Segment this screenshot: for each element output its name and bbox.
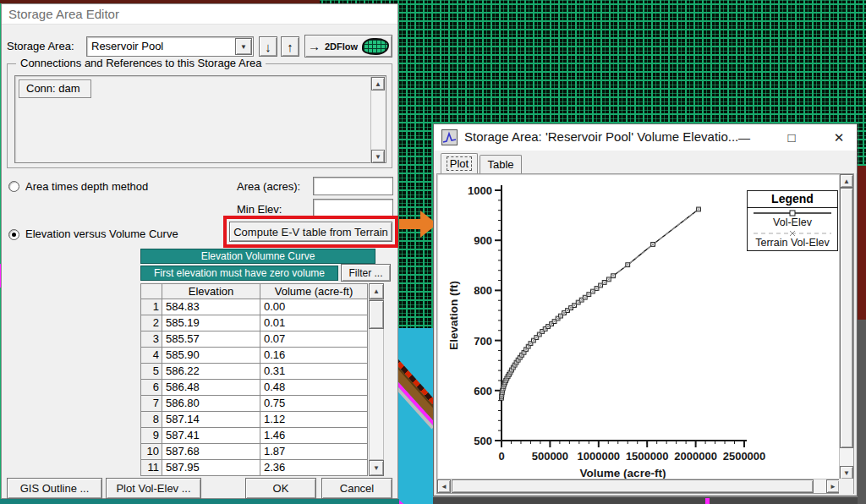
- volume-cell[interactable]: 2.36: [260, 460, 368, 476]
- combo-dropdown-icon[interactable]: ▼: [235, 38, 252, 55]
- row-number-cell[interactable]: 11: [140, 460, 162, 476]
- area-times-depth-label: Area times depth method: [25, 180, 148, 193]
- filter-button[interactable]: Filter ...: [341, 264, 391, 282]
- cancel-button[interactable]: Cancel: [321, 478, 392, 499]
- elevation-cell[interactable]: 587.95: [162, 460, 260, 476]
- maximize-icon[interactable]: □: [778, 124, 805, 151]
- elevation-cell[interactable]: 586.22: [162, 364, 260, 380]
- elevation-cell[interactable]: 587.68: [162, 444, 260, 460]
- svg-text:900: 900: [474, 234, 492, 247]
- scroll-up-icon[interactable]: ▲: [371, 77, 385, 90]
- tab-table[interactable]: Table: [480, 155, 522, 173]
- plot-vol-elev-button[interactable]: Plot Vol-Elev ...: [106, 478, 201, 499]
- volume-cell[interactable]: 1.12: [260, 412, 368, 428]
- legend-terrain-label: Terrain Vol-Elev: [748, 238, 837, 249]
- plot-horizontal-scrollbar[interactable]: ◄ ►: [437, 479, 840, 493]
- plot-tabs: Plot Table: [434, 151, 857, 173]
- table-scroll-down-icon[interactable]: ▼: [369, 460, 384, 476]
- scroll-left-icon[interactable]: ◄: [437, 479, 451, 493]
- right-arrow-icon: →: [308, 39, 321, 53]
- 2dflow-mesh-icon: [362, 38, 389, 55]
- elevation-cell[interactable]: 584.83: [162, 299, 260, 315]
- row-number-cell[interactable]: 2: [140, 315, 162, 331]
- table-row: 5586.220.31: [140, 364, 369, 380]
- minimize-icon[interactable]: —: [731, 124, 758, 151]
- 2dflow-label: 2DFlow: [325, 41, 358, 52]
- chart-legend: Legend Vol-Elev Terrain Vol-Elev: [747, 190, 838, 251]
- elevation-cell[interactable]: 585.90: [162, 348, 260, 364]
- row-number-cell[interactable]: 3: [140, 331, 162, 348]
- area-acres-label: Area (acres):: [237, 180, 300, 193]
- volume-cell[interactable]: 0.31: [260, 364, 368, 380]
- plot-vscroll-thumb[interactable]: [840, 188, 853, 448]
- elevation-cell[interactable]: 587.14: [162, 412, 260, 428]
- row-number-cell[interactable]: 9: [140, 428, 162, 444]
- volume-elevation-plot-window: Storage Area: 'Reservoir Pool' Volume El…: [433, 123, 858, 496]
- row-number-cell[interactable]: 8: [140, 412, 162, 428]
- row-number-cell[interactable]: 6: [140, 380, 162, 396]
- map-terrain-strip-right: [858, 166, 866, 320]
- compute-ev-table-button[interactable]: Compute E-V table from Terrain: [229, 222, 392, 242]
- plot-window-title: Storage Area: 'Reservoir Pool' Volume El…: [464, 129, 738, 144]
- svg-text:Volume (acre-ft): Volume (acre-ft): [580, 467, 666, 479]
- svg-text:1000: 1000: [468, 184, 492, 197]
- map-terrain-transition: [397, 328, 435, 429]
- volume-cell[interactable]: 0.48: [260, 380, 368, 396]
- elevation-cell[interactable]: 587.41: [162, 428, 260, 444]
- connections-scrollbar[interactable]: ▲ ▼: [370, 77, 385, 163]
- volume-cell[interactable]: 0.00: [260, 299, 368, 315]
- volume-cell[interactable]: 0.16: [260, 348, 368, 364]
- scroll-up-icon[interactable]: ▲: [840, 174, 853, 188]
- map-strip-under-dialog: [0, 499, 399, 504]
- scroll-down-icon[interactable]: ▼: [371, 150, 385, 163]
- elevation-cell[interactable]: 585.57: [162, 331, 260, 348]
- plot-hscroll-thumb[interactable]: [452, 479, 814, 493]
- row-number-cell[interactable]: 10: [140, 444, 162, 460]
- scroll-right-icon[interactable]: ►: [826, 479, 840, 493]
- table-scroll-up-icon[interactable]: ▲: [369, 283, 384, 299]
- table-row: 10587.681.87: [140, 444, 369, 460]
- elevation-cell[interactable]: 586.48: [162, 380, 260, 396]
- connection-item[interactable]: Conn: dam: [19, 79, 91, 98]
- area-times-depth-radio[interactable]: [8, 181, 19, 192]
- plot-vertical-scrollbar[interactable]: ▲ ▼: [839, 174, 853, 479]
- close-icon[interactable]: ✕: [825, 124, 852, 151]
- elevation-cell[interactable]: 586.80: [162, 396, 260, 412]
- volume-cell[interactable]: 0.75: [260, 396, 368, 412]
- row-number-cell[interactable]: 7: [140, 396, 162, 412]
- svg-text:1000000: 1000000: [577, 450, 620, 463]
- elevation-volume-radio[interactable]: [8, 229, 19, 240]
- legend-title: Legend: [748, 191, 837, 208]
- gis-outline-button[interactable]: GIS Outline ...: [7, 478, 102, 499]
- svg-text:700: 700: [474, 335, 492, 348]
- storage-area-value: Reservoir Pool: [91, 40, 163, 52]
- table-row: 4585.900.16: [140, 348, 369, 364]
- convert-to-2dflow-button[interactable]: → 2DFlow: [304, 35, 392, 58]
- scroll-down-icon[interactable]: ▼: [840, 466, 853, 479]
- tab-plot[interactable]: Plot: [441, 153, 478, 173]
- volume-cell[interactable]: 1.87: [260, 444, 368, 460]
- volume-cell[interactable]: 0.01: [260, 315, 368, 331]
- map-water-area: [397, 328, 435, 504]
- table-scrollbar-thumb[interactable]: [369, 300, 384, 329]
- ok-button[interactable]: OK: [245, 478, 316, 499]
- storage-area-label: Storage Area:: [7, 40, 74, 52]
- elevation-cell[interactable]: 585.19: [162, 315, 260, 331]
- connections-list[interactable]: Conn: dam ▲ ▼: [14, 75, 386, 163]
- elevation-volume-label: Elevation versus Volume Curve: [25, 227, 178, 240]
- plot-window-titlebar[interactable]: Storage Area: 'Reservoir Pool' Volume El…: [434, 124, 857, 151]
- previous-storage-area-button[interactable]: ↑: [281, 36, 299, 57]
- connections-groupbox: Connections and References to this Stora…: [7, 63, 392, 168]
- table-row: 1584.830.00: [140, 299, 369, 315]
- row-number-cell[interactable]: 5: [140, 364, 162, 380]
- window-title: Storage Area Editor: [2, 4, 397, 25]
- row-number-cell[interactable]: 4: [140, 348, 162, 364]
- next-storage-area-button[interactable]: ↓: [259, 36, 277, 57]
- min-elev-input[interactable]: [313, 199, 393, 217]
- storage-area-combobox[interactable]: Reservoir Pool ▼: [86, 36, 254, 57]
- row-number-cell[interactable]: 1: [140, 299, 162, 315]
- volume-cell[interactable]: 1.46: [260, 428, 368, 444]
- elevation-column-header: Elevation: [162, 283, 260, 299]
- area-acres-input[interactable]: [313, 177, 393, 195]
- volume-cell[interactable]: 0.07: [260, 331, 368, 348]
